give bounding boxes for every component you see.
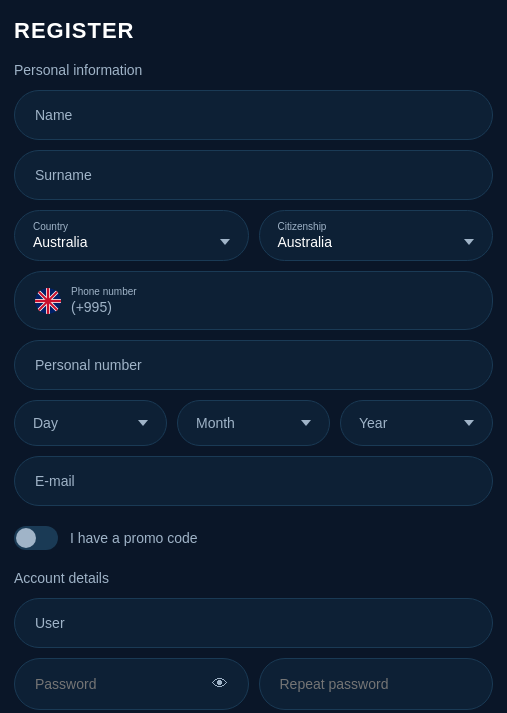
account-section-title: Account details [14,570,493,586]
citizenship-label: Citizenship [278,221,475,232]
page-title: REGISTER [14,18,493,44]
promo-label: I have a promo code [70,530,198,546]
phone-label: Phone number [71,286,246,297]
phone-input[interactable] [71,299,246,315]
dob-month-label: Month [196,415,235,431]
promo-toggle[interactable] [14,526,58,550]
dob-year-label: Year [359,415,387,431]
citizenship-value: Australia [278,234,332,250]
dob-year-chevron-icon [464,420,474,426]
surname-input[interactable] [14,150,493,200]
repeat-password-input[interactable] [280,676,473,692]
dob-row: Day Month Year [14,400,493,446]
country-value: Australia [33,234,87,250]
dob-year-select[interactable]: Year [340,400,493,446]
eye-icon[interactable]: 👁 [212,675,228,693]
country-label: Country [33,221,230,232]
dob-day-select[interactable]: Day [14,400,167,446]
personal-info-section-title: Personal information [14,62,493,78]
dob-day-label: Day [33,415,58,431]
country-select[interactable]: Country Australia [14,210,249,261]
user-input[interactable] [14,598,493,648]
repeat-password-wrapper [259,658,494,710]
promo-row: I have a promo code [14,526,493,550]
personal-number-input[interactable] [14,340,493,390]
flag-icon [35,288,61,314]
phone-row: Phone number [14,271,493,330]
password-wrapper: 👁 [14,658,249,710]
name-input[interactable] [14,90,493,140]
citizenship-chevron-icon [464,239,474,245]
dob-day-chevron-icon [138,420,148,426]
country-chevron-icon [220,239,230,245]
citizenship-select[interactable]: Citizenship Australia [259,210,494,261]
dob-month-select[interactable]: Month [177,400,330,446]
phone-container: Phone number [71,286,246,315]
password-input[interactable] [35,676,212,692]
password-row: 👁 [14,658,493,710]
dob-month-chevron-icon [301,420,311,426]
email-input[interactable] [14,456,493,506]
toggle-knob [16,528,36,548]
